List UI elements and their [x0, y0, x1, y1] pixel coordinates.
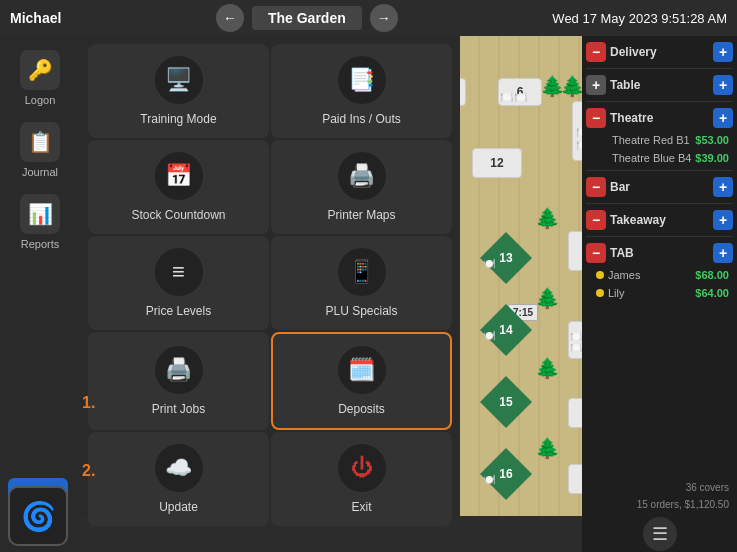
venue-nav: ← The Garden →: [216, 4, 398, 32]
reports-icon: 📊: [20, 194, 60, 234]
swirl-button[interactable]: 🌀: [8, 486, 68, 546]
update-label: Update: [159, 500, 198, 514]
menu-update[interactable]: ☁️ Update: [88, 432, 269, 526]
tab-section: − TAB +: [586, 241, 733, 265]
theatre-label: Theatre: [610, 111, 709, 125]
table-1[interactable]: 1: [568, 464, 582, 494]
bar-plus[interactable]: +: [713, 177, 733, 197]
lily-value: $64.00: [695, 287, 729, 299]
sidebar-item-reports[interactable]: 📊 Reports: [6, 188, 74, 256]
menu-paid-ins[interactable]: 📑 Paid Ins / Outs: [271, 44, 452, 138]
datetime: Wed 17 May 2023 9:51:28 AM: [552, 11, 727, 26]
journal-label: Journal: [22, 166, 58, 178]
exit-label: Exit: [351, 500, 371, 514]
tab-plus[interactable]: +: [713, 243, 733, 263]
logon-label: Logon: [25, 94, 56, 106]
james-value: $68.00: [695, 269, 729, 281]
theatre-red-b1[interactable]: Theatre Red B1 $53.00: [586, 132, 733, 148]
stock-countdown-label: Stock Countdown: [131, 208, 225, 222]
theatre-plus[interactable]: +: [713, 108, 733, 128]
logon-icon: 🔑: [20, 50, 60, 90]
sidebar-item-logon[interactable]: 🔑 Logon: [6, 44, 74, 112]
menu-plu-specials[interactable]: 📱 PLU Specials: [271, 236, 452, 330]
theatre-section: − Theatre +: [586, 106, 733, 130]
divider-1: [586, 68, 733, 69]
plu-specials-label: PLU Specials: [325, 304, 397, 318]
training-mode-label: Training Mode: [140, 112, 216, 126]
venue-name[interactable]: The Garden: [252, 6, 362, 30]
divider-2: [586, 101, 733, 102]
menu-price-levels[interactable]: ≡ Price Levels: [88, 236, 269, 330]
price-levels-label: Price Levels: [146, 304, 211, 318]
covers-count: 36 covers: [586, 480, 733, 495]
bottom-bar-right: ☰: [582, 516, 737, 552]
print-jobs-icon: 🖨️: [155, 346, 203, 394]
paid-ins-icon: 📑: [338, 56, 386, 104]
menu-exit[interactable]: ⏻ Exit: [271, 432, 452, 526]
james-name: James: [608, 269, 695, 281]
training-mode-icon: 🖥️: [155, 56, 203, 104]
james-dot: [596, 271, 604, 279]
right-sidebar: − Delivery + + Table + − Theatre + Theat…: [582, 36, 737, 516]
takeaway-section: − Takeaway +: [586, 208, 733, 232]
lily-name: Lily: [608, 287, 695, 299]
left-sidebar: 🔑 Logon 📋 Journal 📊 Reports 🖨️ No Sale O…: [0, 36, 80, 552]
menu-printer-maps[interactable]: 🖨️ Printer Maps: [271, 140, 452, 234]
bottom-menu-button[interactable]: ☰: [643, 517, 677, 551]
delivery-plus[interactable]: +: [713, 42, 733, 62]
takeaway-label: Takeaway: [610, 213, 709, 227]
theatre-blue-b4-label: Theatre Blue B4: [612, 152, 692, 164]
table-12[interactable]: 12: [472, 148, 522, 178]
sidebar-item-journal[interactable]: 📋 Journal: [6, 116, 74, 184]
step-2-indicator: 2.: [82, 462, 95, 480]
table-plus-left[interactable]: +: [586, 75, 606, 95]
divider-3: [586, 170, 733, 171]
overlay-menu: 🖥️ Training Mode 📑 Paid Ins / Outs 📅 Sto…: [80, 36, 460, 516]
theatre-blue-b4[interactable]: Theatre Blue B4 $39.00: [586, 150, 733, 166]
printer-maps-icon: 🖨️: [338, 152, 386, 200]
tab-label: TAB: [610, 246, 709, 260]
delivery-label: Delivery: [610, 45, 709, 59]
tab-user-lily[interactable]: Lily $64.00: [586, 285, 733, 301]
stock-countdown-icon: 📅: [155, 152, 203, 200]
theatre-red-b1-value: $53.00: [695, 134, 729, 146]
top-bar: Michael ← The Garden → Wed 17 May 2023 9…: [0, 0, 737, 36]
forward-button[interactable]: →: [370, 4, 398, 32]
table-4[interactable]: 4: [568, 231, 582, 271]
back-button[interactable]: ←: [216, 4, 244, 32]
theatre-minus[interactable]: −: [586, 108, 606, 128]
bar-minus[interactable]: −: [586, 177, 606, 197]
plant-6: 🌲: [535, 206, 560, 230]
deposits-label: Deposits: [338, 402, 385, 416]
menu-print-jobs[interactable]: 🖨️ Print Jobs: [88, 332, 269, 430]
price-levels-icon: ≡: [155, 248, 203, 296]
table-plus[interactable]: +: [713, 75, 733, 95]
tab-user-james[interactable]: James $68.00: [586, 267, 733, 283]
hamburger-icon: ☰: [652, 523, 668, 545]
table-section: + Table +: [586, 73, 733, 97]
tab-minus[interactable]: −: [586, 243, 606, 263]
step-1-indicator: 1.: [82, 394, 95, 412]
plant-5: 🌲: [560, 74, 582, 98]
divider-4: [586, 203, 733, 204]
table-2[interactable]: 2: [568, 398, 582, 428]
deposits-icon: 🗓️: [338, 346, 386, 394]
lily-dot: [596, 289, 604, 297]
exit-icon: ⏻: [338, 444, 386, 492]
printer-maps-label: Printer Maps: [327, 208, 395, 222]
menu-stock-countdown[interactable]: 📅 Stock Countdown: [88, 140, 269, 234]
menu-deposits[interactable]: 🗓️ Deposits: [271, 332, 452, 430]
delivery-minus[interactable]: −: [586, 42, 606, 62]
plu-specials-icon: 📱: [338, 248, 386, 296]
username: Michael: [10, 10, 61, 26]
table-label: Table: [610, 78, 709, 92]
plant-7: 🌲: [535, 286, 560, 310]
update-icon: ☁️: [155, 444, 203, 492]
menu-training-mode[interactable]: 🖥️ Training Mode: [88, 44, 269, 138]
takeaway-minus[interactable]: −: [586, 210, 606, 230]
reports-label: Reports: [21, 238, 60, 250]
theatre-red-b1-label: Theatre Red B1: [612, 134, 690, 146]
plant-8: 🌲: [535, 356, 560, 380]
takeaway-plus[interactable]: +: [713, 210, 733, 230]
paid-ins-label: Paid Ins / Outs: [322, 112, 401, 126]
